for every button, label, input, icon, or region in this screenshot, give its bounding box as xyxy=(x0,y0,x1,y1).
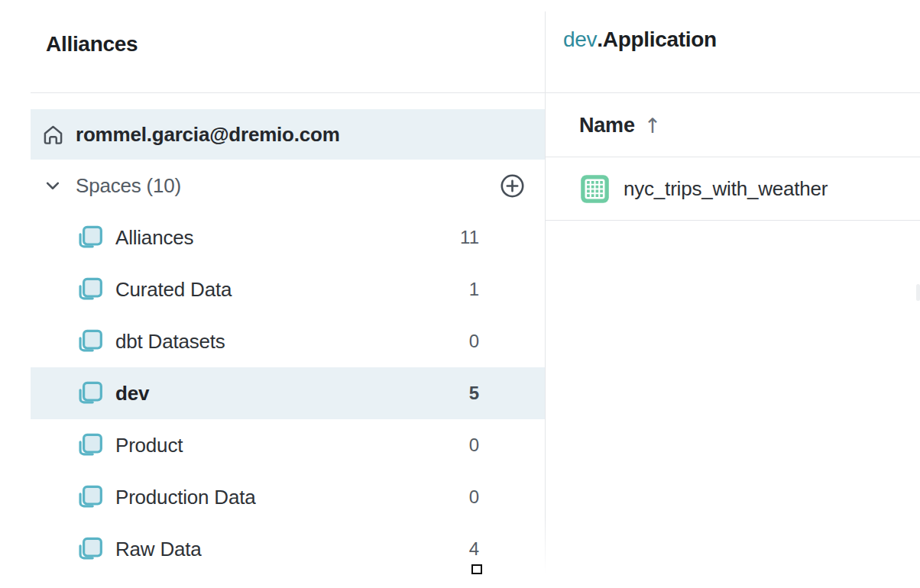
space-item-label: Product xyxy=(115,434,183,457)
home-icon xyxy=(41,123,65,147)
left-panel-title: Alliances xyxy=(46,32,545,57)
space-stacked-squares-icon xyxy=(73,534,105,565)
spaces-section-header[interactable]: Spaces (10) xyxy=(31,160,545,212)
space-stacked-squares-icon xyxy=(73,222,105,254)
right-panel-header: dev.Application xyxy=(546,0,920,93)
breadcrumb: dev.Application xyxy=(563,27,717,52)
chevron-down-icon[interactable] xyxy=(41,174,64,197)
space-stacked-squares-icon xyxy=(73,482,105,513)
selection-handle-square xyxy=(471,564,482,574)
space-item-count: 4 xyxy=(469,538,545,560)
add-space-button[interactable] xyxy=(499,172,526,199)
breadcrumb-separator: . xyxy=(597,27,602,51)
left-panel: Alliances rommel.garcia@dremio.com Space… xyxy=(0,0,545,588)
space-item-raw-data[interactable]: Raw Data 4 xyxy=(31,523,545,575)
plus-circle-icon xyxy=(499,173,526,199)
breadcrumb-current: Application xyxy=(603,27,717,51)
name-column-label: Name xyxy=(579,114,635,137)
space-item-count: 0 xyxy=(469,331,545,352)
spaces-section-label: Spaces (10) xyxy=(76,174,181,198)
space-stacked-squares-icon xyxy=(73,378,105,409)
scrollbar-thumb[interactable] xyxy=(916,284,920,301)
home-item[interactable]: rommel.garcia@dremio.com xyxy=(31,109,545,160)
left-panel-tree: rommel.garcia@dremio.com Spaces (10) xyxy=(31,109,545,575)
space-item-production-data[interactable]: Production Data 0 xyxy=(31,471,545,523)
dataset-grid-icon xyxy=(580,174,610,204)
breadcrumb-parent-link[interactable]: dev xyxy=(563,27,597,51)
space-item-alliances[interactable]: Alliances 11 xyxy=(31,212,545,263)
space-item-product[interactable]: Product 0 xyxy=(31,419,545,471)
space-item-curated-data[interactable]: Curated Data 1 xyxy=(31,263,545,315)
space-item-count: 1 xyxy=(469,279,545,300)
left-panel-header: Alliances xyxy=(31,0,545,93)
space-item-label: dev xyxy=(115,382,149,405)
space-item-count: 5 xyxy=(469,383,545,404)
home-item-label: rommel.garcia@dremio.com xyxy=(76,123,340,147)
space-item-dev[interactable]: dev 5 xyxy=(31,367,545,419)
dataset-row-nyc-trips-with-weather[interactable]: nyc_trips_with_weather xyxy=(546,158,920,221)
space-item-dbt-datasets[interactable]: dbt Datasets 0 xyxy=(31,315,545,367)
table-header-name-column[interactable]: Name ↑ xyxy=(546,94,920,157)
space-item-label: Production Data xyxy=(115,486,255,509)
dataset-name: nyc_trips_with_weather xyxy=(624,177,828,201)
space-item-label: Curated Data xyxy=(115,278,232,302)
right-panel: dev.Application Name ↑ nyc_trips_with_we… xyxy=(546,0,920,588)
space-stacked-squares-icon xyxy=(73,326,105,357)
space-item-count: 0 xyxy=(469,486,545,508)
space-item-count: 0 xyxy=(469,435,545,456)
space-stacked-squares-icon xyxy=(73,430,105,461)
sort-ascending-arrow-icon[interactable]: ↑ xyxy=(644,114,662,137)
space-item-label: Raw Data xyxy=(115,538,202,561)
space-stacked-squares-icon xyxy=(73,274,105,305)
space-item-label: dbt Datasets xyxy=(115,330,225,354)
space-item-count: 11 xyxy=(460,227,545,248)
dremio-catalog-view: Alliances rommel.garcia@dremio.com Space… xyxy=(0,0,920,588)
space-item-label: Alliances xyxy=(115,226,193,250)
